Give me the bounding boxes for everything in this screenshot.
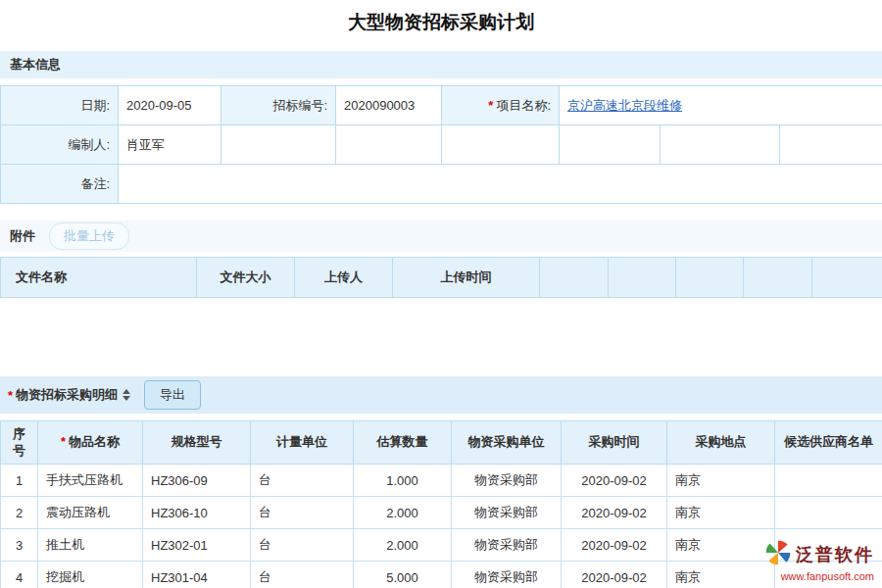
basic-info-row-2: 编制人: 肖亚军 [1, 125, 882, 165]
page-title: 大型物资招标采购计划 [0, 0, 882, 46]
purchase-place-cell: 南京 [667, 562, 775, 588]
export-button[interactable]: 导出 [144, 380, 201, 410]
table-row: 1 手扶式压路机 HZ306-09 台 1.000 物资采购部 2020-09-… [1, 465, 882, 497]
basic-info-row-1: 日期: 2020-09-05 招标编号: 2020090003 *项目名称: 京… [1, 86, 882, 125]
table-row: 3 推土机 HZ302-01 台 2.000 物资采购部 2020-09-02 … [1, 529, 882, 562]
purchase-place-cell: 南京 [667, 465, 775, 497]
empty-column-header [744, 258, 812, 298]
empty-column-header [609, 258, 676, 298]
empty-cell [780, 125, 882, 165]
seq-cell: 2 [1, 497, 38, 529]
file-size-column-header: 文件大小 [197, 258, 295, 298]
candidate-supplier-cell [775, 497, 882, 529]
purchase-dept-cell: 物资采购部 [452, 529, 562, 562]
project-name-link[interactable]: 京沪高速北京段维修 [567, 98, 682, 113]
unit-cell: 台 [251, 529, 354, 562]
purchase-place-cell: 南京 [667, 497, 775, 529]
empty-cell [336, 125, 442, 165]
table-row: 4 挖掘机 HZ301-04 台 5.000 物资采购部 2020-09-02 … [1, 562, 882, 588]
purchase-dept-column-header: 物资采购单位 [452, 421, 562, 465]
unit-cell: 台 [251, 497, 354, 529]
candidate-supplier-cell [775, 529, 882, 562]
required-mark: * [488, 98, 493, 113]
remark-label: 备注: [1, 165, 119, 204]
purchase-place-column-header: 采购地点 [667, 421, 775, 465]
candidate-supplier-cell [775, 562, 882, 588]
item-name-cell: 推土机 [38, 529, 143, 562]
purchase-place-cell: 南京 [667, 529, 775, 562]
bid-number-value: 2020090003 [336, 86, 442, 125]
candidate-supplier-column-header: 候选供应商名单 [775, 421, 882, 465]
empty-cell [221, 125, 336, 165]
item-name-cell: 挖掘机 [38, 562, 143, 588]
purchase-time-cell: 2020-09-02 [562, 562, 667, 588]
quantity-cell: 1.000 [354, 465, 452, 497]
date-label: 日期: [1, 86, 119, 125]
detail-section-title: * 物资招标采购明细 [8, 386, 130, 404]
quantity-cell: 2.000 [354, 497, 452, 529]
bid-number-label: 招标编号: [221, 86, 336, 125]
seq-cell: 4 [1, 562, 38, 588]
required-mark: * [8, 388, 13, 403]
purchase-time-cell: 2020-09-02 [562, 497, 667, 529]
seq-cell: 3 [1, 529, 38, 562]
model-cell: HZ306-10 [143, 497, 251, 529]
model-cell: HZ306-09 [143, 465, 251, 497]
unit-cell: 台 [251, 465, 354, 497]
compiler-label: 编制人: [1, 125, 119, 165]
quantity-cell: 5.000 [354, 562, 452, 588]
purchase-time-column-header: 采购时间 [562, 421, 667, 465]
date-value: 2020-09-05 [119, 86, 221, 125]
empty-cell [661, 125, 780, 165]
detail-table: 序号 *物品名称 规格型号 计量单位 估算数量 物资采购单位 采购时间 采购地点… [0, 420, 882, 588]
quantity-cell: 2.000 [354, 529, 452, 562]
detail-header-row: 序号 *物品名称 规格型号 计量单位 估算数量 物资采购单位 采购时间 采购地点… [1, 421, 882, 465]
quantity-column-header: 估算数量 [354, 421, 452, 465]
model-column-header: 规格型号 [143, 421, 251, 465]
compiler-value: 肖亚军 [119, 125, 221, 165]
model-cell: HZ302-01 [143, 529, 251, 562]
empty-cell [442, 125, 560, 165]
batch-upload-button[interactable]: 批量上传 [49, 222, 129, 250]
unit-column-header: 计量单位 [251, 421, 354, 465]
detail-section-bar: * 物资招标采购明细 导出 [0, 376, 882, 414]
seq-cell: 1 [1, 465, 38, 497]
basic-info-section-header: 基本信息 [0, 51, 882, 78]
project-name-label: *项目名称: [442, 86, 560, 125]
empty-column-header [676, 258, 744, 298]
basic-info-table: 日期: 2020-09-05 招标编号: 2020090003 *项目名称: 京… [0, 85, 882, 204]
empty-column-header [812, 258, 882, 298]
attachments-table: 文件名称 文件大小 上传人 上传时间 [0, 257, 882, 298]
table-row: 2 震动压路机 HZ306-10 台 2.000 物资采购部 2020-09-0… [1, 497, 882, 529]
purchase-dept-cell: 物资采购部 [452, 465, 562, 497]
purchase-time-cell: 2020-09-02 [562, 529, 667, 562]
attachments-section-title: 附件 [10, 227, 35, 245]
file-name-column-header: 文件名称 [1, 258, 197, 298]
model-cell: HZ301-04 [143, 562, 251, 588]
uploader-column-header: 上传人 [295, 258, 393, 298]
item-name-cell: 震动压路机 [38, 497, 143, 529]
purchase-dept-cell: 物资采购部 [452, 497, 562, 529]
item-name-column-header: *物品名称 [38, 421, 143, 465]
unit-cell: 台 [251, 562, 354, 588]
sort-icon[interactable] [122, 389, 130, 401]
seq-column-header: 序号 [1, 421, 38, 465]
empty-cell [560, 125, 661, 165]
item-name-cell: 手扶式压路机 [38, 465, 143, 497]
upload-time-column-header: 上传时间 [393, 258, 540, 298]
purchase-dept-cell: 物资采购部 [452, 562, 562, 588]
attachments-header-row: 文件名称 文件大小 上传人 上传时间 [1, 258, 882, 298]
empty-column-header [540, 258, 609, 298]
purchase-time-cell: 2020-09-02 [562, 465, 667, 497]
remark-value [119, 165, 882, 204]
basic-info-row-3: 备注: [1, 165, 882, 204]
project-name-cell: 京沪高速北京段维修 [560, 86, 882, 125]
attachments-section-bar: 附件 批量上传 [0, 220, 882, 252]
required-mark: * [61, 434, 66, 449]
candidate-supplier-cell [775, 465, 882, 497]
